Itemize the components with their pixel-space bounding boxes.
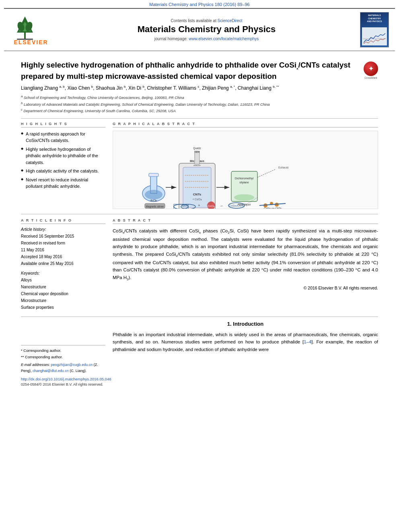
keywords-label: Keywords: (21, 271, 105, 275)
highlights-heading: H I G H L I G H T S (21, 122, 105, 127)
received-revised-label: Received in revised form (21, 240, 105, 246)
article-title: Highly selective hydrogenation of phthal… (21, 60, 358, 81)
svg-text:+ CoCl₂: + CoCl₂ (192, 198, 202, 201)
graphical-abstract-heading: G R A P H I C A L A B S T R A C T (113, 122, 378, 127)
introduction-text: Phthalide is an important industrial int… (113, 331, 378, 353)
abstract-heading: A B S T R A C T (113, 218, 378, 224)
affil-a: a School of Engineering and Technology, … (21, 94, 378, 101)
paper-body: Highly selective hydrogenation of phthal… (0, 51, 399, 392)
revised-date: 11 May 2016 (21, 246, 105, 253)
journal-title-center: Contents lists available at ScienceDirec… (53, 18, 360, 41)
journal-main-title: Materials Chemistry and Physics (59, 24, 354, 35)
article-info-section: A R T I C L E I N F O Article history: R… (21, 218, 105, 311)
homepage-link[interactable]: www.elsevier.com/locate/matchemphys (189, 37, 259, 41)
svg-text:CoSix on CNTs: CoSix on CNTs (264, 207, 282, 209)
svg-text:Quartz: Quartz (193, 147, 201, 150)
corresponding-author-2: ** Corresponding author. (21, 354, 105, 360)
keyword-5: Surface properties (21, 304, 105, 311)
authors-line: Liangliang Zhang a, b, Xiao Chen b, Shao… (21, 84, 378, 92)
email-label: E-mail addresses: (21, 363, 50, 367)
introduction-heading: 1. Introduction (113, 321, 378, 327)
crossmark-badge: ✦ CrossMark (364, 62, 378, 79)
journal-header-box: ELSEVIER Contents lists available at Sci… (4, 8, 395, 51)
divider-2 (21, 214, 378, 214)
journal-citation-bar: Materials Chemistry and Physics 180 (201… (0, 0, 399, 8)
svg-text:→: → (219, 203, 223, 208)
highlight-item-3: ◆High catalytic activity of the catalyst… (21, 168, 105, 175)
keyword-2: Nanostructure (21, 283, 105, 290)
ref-link[interactable]: 1–4 (304, 339, 311, 344)
svg-text:CNTs: CNTs (181, 204, 189, 207)
svg-rect-0 (24, 33, 26, 39)
elsevier-wordmark: ELSEVIER (9, 39, 53, 45)
highlight-item-4: ◆Novel resort to reduce industrial pollu… (21, 177, 105, 190)
journal-cover: MATERIALS CHEMISTRY AND PHYSICS (360, 12, 390, 47)
svg-text:CNTs: CNTs (193, 193, 202, 196)
article-info-heading: A R T I C L E I N F O (21, 218, 105, 224)
elsevier-logo: ELSEVIER (9, 14, 53, 45)
affil-c: c Department of Chemical Engineering, Un… (21, 107, 378, 114)
crossmark-label: CrossMark (364, 76, 378, 79)
corresponding-author-1: * Corresponding author. (21, 347, 105, 354)
copyright-text: © 2016 Elsevier B.V. All rights reserved… (113, 286, 378, 290)
svg-text:Magnetic stirrer: Magnetic stirrer (146, 205, 165, 208)
keyword-1: Alloys (21, 277, 105, 283)
highlights-section: H I G H L I G H T S ◆A rapid synthesis a… (21, 122, 105, 209)
svg-text:CoCl₂: CoCl₂ (208, 205, 214, 207)
svg-text:silylane: silylane (239, 181, 249, 184)
highlights-list: ◆A rapid synthesis approach for CoSix/CN… (21, 131, 105, 190)
svg-rect-10 (149, 173, 158, 177)
received-date: Received 16 September 2015 (21, 233, 105, 240)
svg-rect-6 (363, 39, 386, 39)
homepage-label: journal homepage: (154, 37, 188, 41)
abstract-section: A B S T R A C T CoSix/CNTs catalysts wit… (113, 218, 378, 311)
email-2-link[interactable]: changhai@dlut.edu.cn (33, 369, 70, 373)
available-date: Available online 25 May 2016 (21, 260, 105, 267)
issn-text: 0254-0584/© 2016 Elsevier B.V. All right… (21, 382, 105, 386)
article-history-label: Article history: (21, 227, 105, 232)
divider-3 (21, 316, 378, 317)
abstract-text: CoSix/CNTs catalysts with different CoSi… (113, 227, 378, 282)
email-addresses: E-mail addresses: pengzhijian@cugb.edu.c… (21, 362, 105, 374)
keyword-3: Chemical vapor deposition (21, 290, 105, 297)
affil-b: b Laboratory of Advanced Materials and C… (21, 101, 378, 108)
accepted-date: Accepted 18 May 2016 (21, 253, 105, 260)
highlight-item-2: ◆Highly selective hydrogenation of phtha… (21, 146, 105, 166)
svg-text:+: + (198, 203, 200, 207)
journal-citation-text: Materials Chemistry and Physics 180 (201… (149, 2, 249, 7)
doi-link[interactable]: http://dx.doi.org/10.1016/j.matchemphys.… (21, 377, 105, 381)
svg-text:tube: tube (195, 150, 200, 153)
contents-label: Contents lists available at (171, 18, 216, 23)
svg-text:Dichloromethyl: Dichloromethyl (235, 177, 254, 180)
svg-text:Exhaust: Exhaust (278, 166, 288, 169)
svg-point-49 (275, 203, 279, 207)
svg-text:ArCl₂: ArCl₂ (150, 199, 157, 202)
graphical-abstract-section: G R A P H I C A L A B S T R A C T ArCl₂ (113, 122, 378, 209)
graphical-abstract-image: ArCl₂ Microwave reactor CNTs (113, 131, 378, 209)
article-dates: Received 16 September 2015 Received in r… (21, 233, 105, 267)
introduction-section: 1. Introduction Phthalide is an importan… (113, 321, 378, 386)
keywords-list: Alloys Nanostructure Chemical vapor depo… (21, 277, 105, 311)
svg-text:reactor: reactor (193, 164, 201, 166)
svg-point-11 (145, 190, 162, 199)
divider-1 (21, 118, 378, 119)
sciencedirect-name[interactable]: ScienceDirect (218, 18, 243, 23)
highlight-item-1: ◆A rapid synthesis approach for CoSix/CN… (21, 131, 105, 144)
svg-point-30 (234, 194, 254, 201)
footnotes-section: * Corresponding author. ** Corresponding… (21, 321, 105, 386)
keyword-4: Microstructure (21, 297, 105, 304)
svg-text:CoSix/CNTs: CoSix/CNTs (229, 204, 244, 207)
email-1-link[interactable]: pengzhijian@cugb.edu.cn (51, 363, 94, 367)
affiliations: a School of Engineering and Technology, … (21, 94, 378, 114)
